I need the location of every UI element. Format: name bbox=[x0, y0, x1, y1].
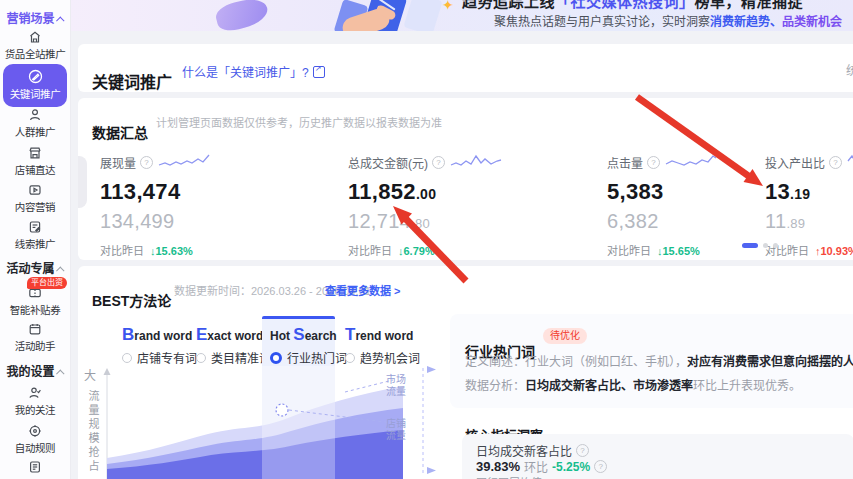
sparkline-chart bbox=[846, 152, 853, 170]
view-more-link[interactable]: 查看更多数据 > bbox=[325, 282, 400, 298]
sidebar-group-settings[interactable]: 我的设置 bbox=[0, 362, 70, 379]
metric-prev-value: 134,499 bbox=[100, 210, 340, 233]
pagination-dot-active[interactable] bbox=[742, 243, 758, 248]
summary-title: 数据汇总 bbox=[92, 122, 148, 142]
chevron-up-icon bbox=[56, 16, 64, 24]
sidebar-item-leads-promo[interactable]: 线索推广 bbox=[0, 220, 70, 251]
sidebar-item-label: 内容营销 bbox=[0, 199, 70, 214]
metric-label: 投入产出比 bbox=[765, 154, 825, 171]
axis-arrow-icon bbox=[104, 368, 111, 375]
definition-line: 定义阐述：行业大词（例如口红、手机），对应有消费需求但意向摇摆的人群，拉新效果显… bbox=[465, 352, 853, 369]
tab-trend-word[interactable]: Trend word 趋势机会词 bbox=[337, 316, 409, 368]
best-methodology-card: BEST方法论 数据更新时间：2026.03.26 - 2026.04.01 查… bbox=[78, 266, 853, 479]
radio-icon[interactable] bbox=[345, 353, 355, 363]
sidebar-item-label: 店铺直达 bbox=[0, 162, 70, 177]
tab-exact-word[interactable]: Exact word 类目精准词 bbox=[188, 316, 258, 368]
tab-label: Brand word bbox=[114, 325, 184, 345]
document-pen-icon bbox=[28, 220, 42, 234]
metric-impressions: 展现量 113,474 134,499 对比昨日↓15.63% bbox=[100, 154, 340, 258]
to-optimize-badge: 待优化 bbox=[543, 328, 587, 344]
data-summary-card: 数据汇总 计划管理页面数据仅供参考，历史推广数据以报表数据为准 展现量 113,… bbox=[78, 98, 853, 260]
pagination-dot[interactable] bbox=[763, 243, 768, 248]
banner-card-decoration bbox=[403, 0, 442, 31]
tab-label: Trend word bbox=[337, 325, 409, 345]
page-header-card: 关键词推广 什么是「关键词推广」? 统 bbox=[78, 44, 853, 92]
banner-title: 趋势追踪上线「社交媒体热搜词」榜单，精准捕捉 bbox=[462, 0, 803, 12]
tab-label: Hot Search bbox=[262, 325, 335, 345]
sidebar-group-activities[interactable]: 活动专属 bbox=[0, 259, 70, 276]
help-link[interactable]: 什么是「关键词推广」? bbox=[182, 63, 325, 80]
kpi-box: 日均成交新客占比 39.83%环比-5.25% 同行同层均值: 34.34% bbox=[462, 434, 853, 479]
promo-banner[interactable]: ✦ 趋势追踪上线「社交媒体热搜词」榜单，精准捕捉 聚焦热点话题与用户真实讨论，实… bbox=[70, 0, 853, 31]
metric-value: 11,852.00 bbox=[348, 179, 588, 205]
help-icon[interactable] bbox=[647, 156, 660, 169]
sidebar-item-my-follow[interactable]: 我的关注 bbox=[0, 386, 70, 417]
point-marker bbox=[276, 404, 288, 416]
metric-compare: 对比昨日↓6.79% bbox=[348, 242, 588, 258]
sparkline-chart bbox=[449, 152, 503, 170]
arrow-right-icon bbox=[427, 467, 436, 474]
highlight-overlay bbox=[262, 366, 335, 479]
metric-label: 点击量 bbox=[607, 154, 643, 171]
metric-gmv: 总成交金额(元) 11,852.00 12,714.80 对比昨日↓6.79% bbox=[348, 154, 588, 258]
help-icon[interactable] bbox=[140, 156, 153, 169]
radio-icon[interactable] bbox=[122, 353, 132, 363]
sidebar-item-label: 我的关注 bbox=[0, 402, 70, 417]
carousel-left-handle[interactable] bbox=[78, 156, 87, 208]
sidebar-group-marketing[interactable]: 营销场景 bbox=[0, 9, 70, 26]
sidebar-item-operation-record[interactable]: 我的操作记录 bbox=[0, 460, 70, 479]
radio-selected-icon[interactable] bbox=[270, 352, 282, 364]
banner-decoration bbox=[214, 0, 271, 31]
sidebar-item-label: 活动助手 bbox=[0, 338, 70, 353]
sidebar: 营销场景 货品全站推广 关键词推广 人群推广 店铺直达 内容营销 线索推广 活动… bbox=[0, 0, 71, 479]
tab-label: Exact word bbox=[188, 325, 258, 345]
sidebar-group-label: 我的设置 bbox=[6, 365, 54, 379]
page-title: 关键词推广 bbox=[92, 69, 172, 93]
sidebar-group-label: 活动专属 bbox=[6, 262, 54, 276]
sidebar-item-label: 人群推广 bbox=[0, 124, 70, 139]
tab-brand-word[interactable]: Brand word 店铺专有词 bbox=[114, 316, 184, 368]
store-traffic-label: 店铺流量 bbox=[386, 418, 410, 442]
sparkline-chart bbox=[157, 152, 211, 170]
sidebar-item-label: 货品全站推广 bbox=[0, 46, 70, 61]
sparkline-chart bbox=[664, 152, 718, 170]
calendar-icon bbox=[28, 322, 42, 336]
help-icon[interactable] bbox=[576, 444, 589, 457]
metric-label: 总成交金额(元) bbox=[348, 154, 428, 171]
app-root: 营销场景 货品全站推广 关键词推广 人群推广 店铺直达 内容营销 线索推广 活动… bbox=[0, 0, 853, 479]
external-link-icon[interactable] bbox=[313, 66, 325, 78]
person-icon bbox=[28, 108, 42, 122]
radio-icon[interactable] bbox=[196, 353, 206, 363]
kpi-name: 日均成交新客占比 bbox=[476, 442, 589, 459]
sidebar-item-label: 智能补贴券 bbox=[0, 302, 70, 317]
help-icon[interactable] bbox=[829, 156, 842, 169]
pagination-dot[interactable] bbox=[773, 243, 778, 248]
kpi-value-row: 39.83%环比-5.25% bbox=[476, 458, 607, 475]
sidebar-item-smart-subsidy[interactable]: 平台出资 智能补贴券 bbox=[0, 286, 70, 317]
play-video-icon bbox=[28, 183, 42, 197]
platform-funded-badge: 平台出资 bbox=[27, 277, 67, 289]
metric-value: 13.19 bbox=[765, 179, 853, 205]
market-traffic-label: 市场流量 bbox=[386, 374, 410, 398]
help-icon[interactable] bbox=[432, 156, 445, 169]
sidebar-item-shop-direct[interactable]: 店铺直达 bbox=[0, 146, 70, 177]
sidebar-group-label: 营销场景 bbox=[6, 12, 54, 26]
tab-hot-search[interactable]: Hot Search 行业热门词 bbox=[262, 316, 335, 368]
metric-prev-value: 12,714.80 bbox=[348, 210, 588, 233]
sidebar-item-audience-promo[interactable]: 人群推广 bbox=[0, 108, 70, 139]
help-icon[interactable] bbox=[594, 460, 607, 473]
chevron-up-icon bbox=[56, 266, 64, 274]
sidebar-item-keyword-promo[interactable]: 关键词推广 bbox=[3, 64, 67, 107]
person-check-icon bbox=[28, 386, 42, 400]
metric-roi: 投入产出比 13.19 11.89 对比昨日↑10.93% bbox=[765, 154, 853, 258]
sidebar-item-content-marketing[interactable]: 内容营销 bbox=[0, 183, 70, 214]
metric-label: 展现量 bbox=[100, 154, 136, 171]
sidebar-item-storewide-promo[interactable]: 货品全站推广 bbox=[0, 30, 70, 61]
pen-icon bbox=[28, 69, 43, 84]
storefront-icon bbox=[28, 146, 42, 160]
sidebar-item-auto-rules[interactable]: 自动规则 bbox=[0, 424, 70, 455]
metric-compare: 对比昨日↓15.63% bbox=[100, 242, 340, 258]
record-doc-icon bbox=[28, 460, 42, 474]
best-title: BEST方法论 bbox=[92, 290, 171, 310]
sidebar-item-activity-helper[interactable]: 活动助手 bbox=[0, 322, 70, 353]
